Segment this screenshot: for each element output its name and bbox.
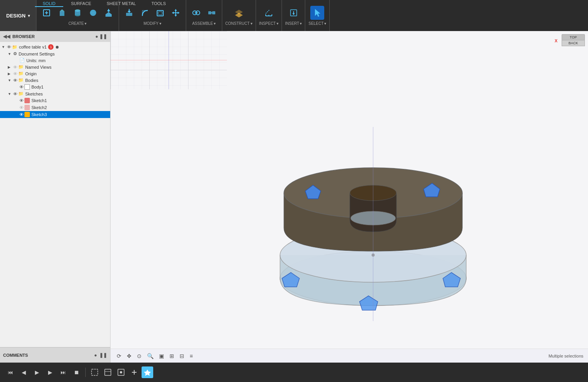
offset-plane-icon[interactable] <box>232 6 246 20</box>
visibility-icon-root[interactable]: 👁 <box>7 45 11 49</box>
view-cube[interactable]: TOP BACK X <box>562 34 585 46</box>
new-component-icon[interactable] <box>40 6 54 20</box>
viewport-toolbar: ⟳ ✥ ⊙ 🔍 ▣ ⊞ ⊟ ≡ Multiple selections <box>111 349 588 363</box>
tree-item-sketch2[interactable]: 👁 Sketch2 <box>0 104 110 111</box>
prev-frame-icon[interactable]: ◀ <box>18 366 29 378</box>
keyframe-icon[interactable] <box>115 366 127 378</box>
visibility-icon-sketch2[interactable]: 👁 <box>19 105 24 110</box>
gear-icon-doc: ⚙ <box>13 51 17 56</box>
assemble-icons <box>189 6 219 20</box>
tab-solid[interactable]: SOLID <box>35 0 63 7</box>
comments-panel: COMMENTS ● ❚❚ <box>0 347 110 363</box>
browser-collapse-icon[interactable]: ◀◀ <box>3 34 10 39</box>
modify-label: MODIFY▾ <box>144 21 161 26</box>
measure-icon[interactable] <box>262 6 276 20</box>
design-label: DESIGN <box>6 13 26 19</box>
visibility-icon-sketch1[interactable]: 👁 <box>19 98 24 103</box>
comments-close-icon[interactable]: ❚❚ <box>99 352 107 358</box>
tree-item-sketches[interactable]: ▼ 👁 📁 Sketches <box>0 90 110 97</box>
tab-surface[interactable]: SURFACE <box>63 0 99 7</box>
visual-style-icon[interactable]: ⊟ <box>178 352 186 360</box>
design-button[interactable]: DESIGN ▾ <box>0 0 36 31</box>
joint-icon[interactable] <box>189 6 203 20</box>
visibility-icon-named-views[interactable]: 👁 <box>13 65 17 69</box>
viewport-status: Multiple selections <box>548 354 583 358</box>
folder-icon-sketches: 📁 <box>18 91 24 96</box>
select-icon[interactable] <box>310 6 324 20</box>
shell-icon[interactable] <box>153 6 167 20</box>
frame-icon[interactable] <box>102 366 114 378</box>
tab-sheet-metal[interactable]: SHEET METAL <box>99 0 144 7</box>
extrude-icon[interactable] <box>102 6 116 20</box>
visibility-icon-bodies[interactable]: 👁 <box>13 78 17 83</box>
tree-item-root[interactable]: ▼ 👁 📁 coffee table v1 1 ⏺ <box>0 43 110 50</box>
as-built-joint-icon[interactable] <box>205 6 219 20</box>
3d-model <box>245 73 501 321</box>
browser-header: ◀◀ BROWSER ● ❚❚ <box>0 31 110 42</box>
viewcube-top[interactable]: TOP <box>562 34 585 40</box>
grid-toggle-icon[interactable]: ⊞ <box>168 352 176 360</box>
viewcube-back[interactable]: BACK <box>562 40 585 46</box>
tab-tools[interactable]: TOOLS <box>144 0 173 7</box>
comments-expand-icon[interactable]: ● <box>94 352 97 358</box>
visibility-icon-origin[interactable]: 👁 <box>13 71 17 76</box>
svg-rect-31 <box>212 11 215 14</box>
add-keyframe-icon[interactable] <box>128 366 140 378</box>
sketch-icon-sketch2 <box>24 105 30 110</box>
fillet-icon[interactable] <box>138 6 152 20</box>
svg-point-65 <box>120 371 122 373</box>
toolbar-assemble-section: ASSEMBLE▾ <box>186 0 222 31</box>
visibility-icon-sketches[interactable]: 👁 <box>13 92 17 96</box>
tree-item-origin[interactable]: ▶ 👁 📁 Origin <box>0 70 110 77</box>
select-box-icon[interactable] <box>89 366 100 378</box>
tree-item-bodies[interactable]: ▼ 👁 📁 Bodies <box>0 77 110 83</box>
sphere-icon[interactable] <box>86 6 100 20</box>
svg-point-9 <box>90 10 96 16</box>
folder-icon-origin: 📁 <box>18 71 24 76</box>
press-pull-icon[interactable] <box>122 6 136 20</box>
svg-rect-20 <box>158 12 162 15</box>
zoom-fit-icon[interactable]: ⊙ <box>135 352 143 360</box>
toolbar-select-section: SELECT▾ <box>305 0 330 31</box>
tree-item-doc-settings[interactable]: ▼ ⚙ Document Settings <box>0 50 110 57</box>
browser-close-icon[interactable]: ❚❚ <box>99 34 107 39</box>
tree-arrow-root: ▼ <box>2 45 7 49</box>
construct-icons <box>232 6 246 20</box>
tree-item-named-views[interactable]: ▶ 👁 📁 Named Views <box>0 64 110 70</box>
tree-label-units: Units: mm <box>26 58 46 63</box>
zoom-icon[interactable]: 🔍 <box>145 352 155 360</box>
record-icon[interactable]: ⏺ <box>55 45 59 49</box>
highlight-icon[interactable] <box>142 366 153 378</box>
play-icon[interactable]: ▶ <box>31 366 43 378</box>
display-mode-icon[interactable]: ▣ <box>157 352 166 360</box>
pan-icon[interactable]: ✥ <box>125 352 133 360</box>
move-icon[interactable] <box>169 6 183 20</box>
orbit-icon[interactable]: ⟳ <box>115 352 123 360</box>
browser-header-right: ● ❚❚ <box>95 34 107 39</box>
visibility-icon-body1[interactable]: 👁 <box>19 85 24 89</box>
next-frame-icon[interactable]: ▶ <box>44 366 56 378</box>
display-settings-icon[interactable]: ≡ <box>188 352 194 360</box>
svg-marker-24 <box>175 15 177 17</box>
svg-rect-62 <box>105 369 111 375</box>
insert-icon[interactable] <box>287 6 301 20</box>
select-label: SELECT▾ <box>308 21 326 26</box>
tree-item-body1[interactable]: 👁 Body1 <box>0 83 110 90</box>
tree-item-sketch3[interactable]: 👁 Sketch3 <box>0 111 110 118</box>
skip-back-icon[interactable]: ⏮ <box>5 366 16 378</box>
svg-marker-43 <box>292 13 295 15</box>
cylinder-icon[interactable] <box>71 6 85 20</box>
inspect-label: INSPECT▾ <box>259 21 278 26</box>
modify-icons <box>122 6 183 20</box>
tree-item-sketch1[interactable]: 👁 Sketch1 <box>0 97 110 104</box>
tree-item-units[interactable]: 📄 Units: mm <box>0 57 110 64</box>
design-chevron-icon: ▾ <box>28 14 30 18</box>
skip-forward-icon[interactable]: ⏭ <box>57 366 69 378</box>
browser-menu-icon[interactable]: ● <box>95 34 98 39</box>
end-icon[interactable]: ⏹ <box>71 366 82 378</box>
visibility-icon-sketch3[interactable]: 👁 <box>19 112 24 117</box>
box-icon[interactable] <box>55 6 69 20</box>
tree-label-root: coffee table v1 <box>19 45 47 49</box>
assemble-label: ASSEMBLE▾ <box>192 21 216 26</box>
svg-rect-14 <box>126 13 132 16</box>
